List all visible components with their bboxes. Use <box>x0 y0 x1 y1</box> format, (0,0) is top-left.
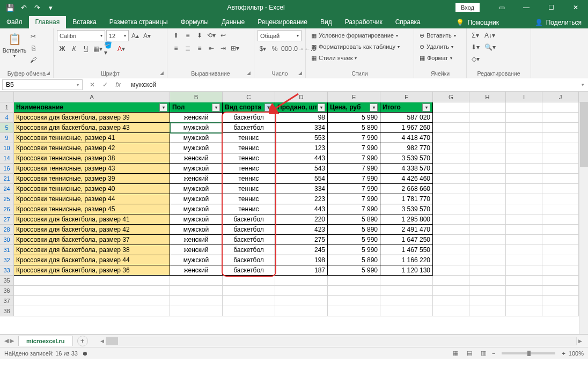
cell[interactable]: женский <box>170 235 223 245</box>
filter-dropdown-icon[interactable]: ▾ <box>318 103 325 112</box>
cell[interactable] <box>506 306 542 316</box>
cell[interactable]: 2 668 660 <box>380 184 433 194</box>
cell[interactable] <box>223 306 275 316</box>
cell[interactable]: Кроссовки теннисные, размер 38 <box>14 153 170 164</box>
filter-dropdown-icon[interactable]: ▾ <box>212 103 220 112</box>
column-header-H[interactable]: H <box>469 92 506 102</box>
cell[interactable]: Кроссовки теннисные, размер 43 <box>14 164 170 174</box>
align-launcher-icon[interactable]: ◢ <box>245 69 252 76</box>
row-header[interactable]: 25 <box>0 194 14 204</box>
column-header-G[interactable]: G <box>433 92 469 102</box>
cell[interactable]: 5 990 <box>328 113 380 123</box>
row-header[interactable]: 14 <box>0 153 14 164</box>
cell[interactable]: 245 <box>275 245 328 255</box>
cell[interactable]: 7 990 <box>328 174 380 184</box>
expand-formula-bar-icon[interactable]: ▾ <box>577 82 588 87</box>
row-header[interactable]: 5 <box>0 123 14 133</box>
cell[interactable] <box>433 296 469 306</box>
cell[interactable] <box>433 306 469 316</box>
format-cells-button[interactable]: ▦Формат▾ <box>417 53 454 63</box>
insert-cells-button[interactable]: ⊕Вставить▾ <box>417 30 458 41</box>
page-layout-view-icon[interactable]: ▤ <box>464 349 475 358</box>
italic-button[interactable]: К <box>69 43 79 54</box>
cell[interactable] <box>14 276 170 286</box>
redo-icon[interactable]: ↷ <box>31 2 43 13</box>
cell[interactable]: Кроссовки для баскетбола, размер 41 <box>14 214 170 225</box>
find-select-icon[interactable]: 🔍▾ <box>482 42 498 53</box>
cell[interactable] <box>14 306 170 316</box>
qat-dropdown-icon[interactable]: ▾ <box>45 2 56 13</box>
cell[interactable]: Кроссовки теннисные, размер 40 <box>14 184 170 194</box>
cell[interactable] <box>469 276 506 286</box>
align-center-icon[interactable]: ≣ <box>182 43 193 54</box>
cell[interactable]: 1 647 250 <box>380 235 433 245</box>
cell[interactable] <box>328 276 380 286</box>
cells-area[interactable]: Наименование▾Пол▾Вид спорта▼Продано, шт▾… <box>14 102 579 316</box>
number-launcher-icon[interactable]: ◢ <box>297 69 304 76</box>
cell[interactable]: 423 <box>275 225 328 235</box>
align-right-icon[interactable]: ≡ <box>194 43 205 54</box>
clipboard-launcher-icon[interactable]: ◢ <box>45 69 52 76</box>
filter-active-icon[interactable]: ▼ <box>264 103 273 112</box>
cell[interactable]: 2 491 470 <box>380 225 433 235</box>
share-button[interactable]: 👤 Поделиться <box>528 17 588 28</box>
hscroll-left-icon[interactable]: ◀ <box>99 338 106 344</box>
cell[interactable]: баскетбол <box>223 225 275 235</box>
cell[interactable]: 198 <box>275 255 328 265</box>
column-header-D[interactable]: D <box>275 92 328 102</box>
row-header[interactable]: 32 <box>0 255 14 265</box>
align-middle-icon[interactable]: ≡ <box>182 30 193 41</box>
add-sheet-button[interactable]: + <box>77 336 88 346</box>
row-header[interactable]: 27 <box>0 214 14 225</box>
ribbon-options-icon[interactable]: ▭ <box>489 0 514 15</box>
cell[interactable] <box>433 276 469 286</box>
cell[interactable]: Кроссовки теннисные, размер 44 <box>14 194 170 204</box>
sheet-tab[interactable]: microexcel.ru <box>18 336 73 346</box>
filter-dropdown-icon[interactable]: ▾ <box>159 103 167 112</box>
cell[interactable]: 5 990 <box>328 235 380 245</box>
cell[interactable]: 982 770 <box>380 143 433 153</box>
cell[interactable] <box>328 296 380 306</box>
column-header-B[interactable]: B <box>170 92 223 102</box>
cell[interactable]: Кроссовки теннисные, размер 41 <box>14 133 170 143</box>
table-header[interactable]: Наименование▾ <box>14 102 170 113</box>
ribbon-tab-формулы[interactable]: Формулы <box>174 16 215 28</box>
cell[interactable]: 334 <box>275 123 328 133</box>
enter-formula-icon[interactable]: ✓ <box>99 79 112 90</box>
zoom-level[interactable]: 100% <box>569 350 584 357</box>
decrease-indent-icon[interactable]: ⇤ <box>206 43 217 54</box>
cell[interactable]: мужской <box>170 255 223 265</box>
cell[interactable] <box>542 286 579 296</box>
cell[interactable]: 5 890 <box>328 225 380 235</box>
cell[interactable]: Кроссовки для баскетбола, размер 42 <box>14 225 170 235</box>
cell[interactable]: теннис <box>223 194 275 204</box>
row-header[interactable]: 36 <box>0 286 14 296</box>
cell[interactable]: 543 <box>275 164 328 174</box>
cell[interactable]: женский <box>170 153 223 164</box>
paste-button[interactable]: 📋 Вставить ▾ <box>3 30 26 58</box>
cell[interactable] <box>542 296 579 306</box>
cell[interactable]: теннис <box>223 164 275 174</box>
vertical-scrollbar[interactable] <box>579 102 588 334</box>
align-top-icon[interactable]: ⬆ <box>171 30 181 41</box>
decrease-font-icon[interactable]: A▾ <box>142 31 152 41</box>
table-header[interactable]: Пол▾ <box>170 102 223 113</box>
font-name-select[interactable]: Calibri▾ <box>57 30 105 41</box>
row-header[interactable]: 35 <box>0 276 14 286</box>
cell[interactable]: 5 890 <box>328 255 380 265</box>
table-header[interactable]: Итого▾ <box>380 102 433 113</box>
font-size-select[interactable]: 12▾ <box>106 30 129 41</box>
cell[interactable]: 4 418 470 <box>380 133 433 143</box>
row-header[interactable]: 33 <box>0 265 14 276</box>
cell[interactable] <box>506 276 542 286</box>
undo-icon[interactable]: ↶ <box>18 2 30 13</box>
cell[interactable]: мужской <box>170 194 223 204</box>
cell[interactable] <box>170 306 223 316</box>
cell[interactable] <box>275 276 328 286</box>
cell[interactable] <box>380 286 433 296</box>
ribbon-tab-данные[interactable]: Данные <box>215 16 251 28</box>
cell[interactable] <box>170 286 223 296</box>
row-header[interactable]: 21 <box>0 174 14 184</box>
cell[interactable] <box>170 276 223 286</box>
formula-input[interactable]: мужской <box>128 81 577 88</box>
